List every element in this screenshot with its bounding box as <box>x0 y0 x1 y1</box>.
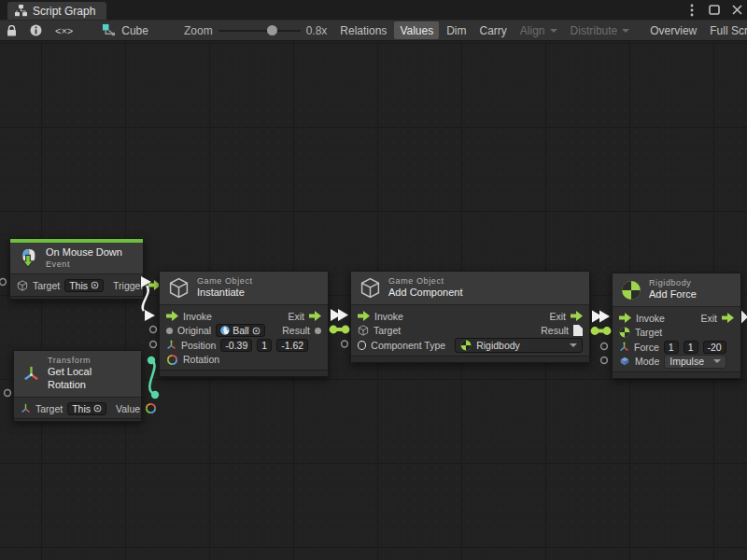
flow-output-arrow-icon[interactable] <box>722 313 734 323</box>
flow-output-arrow-icon[interactable] <box>309 311 321 321</box>
node-get-local-rotation[interactable]: Transform Get Local Rotation Target This… <box>13 350 142 422</box>
node-add-force[interactable]: Rigidbody Add Force Invoke Exit Target <box>612 273 741 379</box>
node-on-mouse-down[interactable]: On Mouse Down Event Target This Trigger <box>9 238 144 300</box>
zoom-slider[interactable] <box>218 30 301 32</box>
object-picker-icon[interactable] <box>93 404 102 413</box>
graph-name: Cube <box>121 24 148 37</box>
port-label-result: Result <box>282 325 310 336</box>
node-footer <box>160 370 328 376</box>
component-type-dropdown[interactable]: Rigidbody <box>455 338 583 353</box>
original-object-field[interactable]: Ball <box>216 324 265 337</box>
dim-button[interactable]: Dim <box>441 21 472 39</box>
align-dropdown[interactable]: Align <box>514 21 563 39</box>
distribute-dropdown[interactable]: Distribute <box>565 21 636 39</box>
node-title: Instantiate <box>197 287 253 300</box>
zoom-control: Zoom 0.8x <box>184 24 327 37</box>
force-y-field[interactable]: 1 <box>684 341 698 354</box>
node-header[interactable]: Transform Get Local Rotation <box>14 351 141 398</box>
port-label-target: Target <box>35 403 63 414</box>
node-category: Game Object <box>197 276 253 287</box>
graph-toolbar: <×> Cube Zoom 0.8x Relations Values Dim … <box>0 20 747 41</box>
port-label-invoke: Invoke <box>636 313 665 324</box>
flow-input-arrow-icon[interactable] <box>358 311 370 321</box>
port-label-component-type: Component Type <box>371 340 445 351</box>
target-object-field[interactable]: This <box>67 402 106 415</box>
node-header[interactable]: Game Object Instantiate <box>160 272 328 305</box>
force-x-field[interactable]: 1 <box>664 341 679 354</box>
force-z-field[interactable]: -20 <box>703 341 726 354</box>
port-label-rotation: Rotation <box>183 354 219 365</box>
lock-button[interactable] <box>0 21 23 40</box>
object-picker-icon[interactable] <box>91 281 99 289</box>
gameobject-port-icon[interactable] <box>358 325 369 336</box>
port-label-exit: Exit <box>549 311 566 322</box>
value-port-icon[interactable] <box>166 328 173 334</box>
fullscreen-button[interactable]: Full Screen <box>704 21 747 39</box>
tab-title: Script Graph <box>33 5 95 18</box>
flow-input-arrow-icon[interactable] <box>619 313 631 323</box>
rotation-port-icon[interactable] <box>166 354 178 366</box>
port-label-invoke: Invoke <box>183 311 212 322</box>
code-icon: <×> <box>55 25 73 36</box>
tab-strip: Script Graph <box>0 0 747 20</box>
rotation-port-icon[interactable] <box>145 402 157 414</box>
transform-icon <box>22 365 40 383</box>
port-label-original: Original <box>177 325 211 336</box>
script-graph-asset-icon <box>102 23 116 37</box>
mode-dropdown[interactable]: Impulse <box>664 355 726 369</box>
port-label-result: Result <box>541 325 569 336</box>
values-button[interactable]: Values <box>394 21 439 39</box>
mouse-down-icon <box>18 248 38 269</box>
ball-prefab-icon <box>220 326 230 335</box>
zoom-slider-thumb[interactable] <box>267 25 277 35</box>
port-label-mode: Mode <box>635 356 659 367</box>
code-view-button[interactable]: <×> <box>49 21 79 40</box>
transform-port-icon[interactable] <box>21 403 31 413</box>
relations-button[interactable]: Relations <box>334 21 392 39</box>
flow-output-arrow-icon[interactable] <box>571 311 583 321</box>
port-label-exit: Exit <box>288 311 304 322</box>
position-y-field[interactable]: 1 <box>257 339 272 352</box>
gameobject-cube-icon[interactable] <box>17 280 28 291</box>
object-picker-icon[interactable] <box>252 327 261 335</box>
overview-button[interactable]: Overview <box>644 21 702 39</box>
window-controls <box>685 0 743 20</box>
value-port-icon[interactable] <box>315 328 321 334</box>
flow-input-arrow-icon[interactable] <box>166 311 178 321</box>
tab-script-graph[interactable]: Script Graph <box>7 2 106 20</box>
forcemode-port-icon[interactable] <box>619 356 630 367</box>
port-label-invoke: Invoke <box>374 311 403 322</box>
graph-breadcrumb[interactable]: Cube <box>102 23 148 37</box>
toolbar-buttons: Relations Values Dim Carry Align Distrib… <box>334 21 747 39</box>
vector3-port-icon[interactable] <box>619 342 629 352</box>
carry-button[interactable]: Carry <box>474 21 513 39</box>
maximize-icon[interactable] <box>708 4 721 17</box>
type-port-icon[interactable] <box>358 341 366 350</box>
node-header[interactable]: Rigidbody Add Force <box>613 273 740 307</box>
position-z-field[interactable]: -1.62 <box>276 339 308 352</box>
node-title: Add Force <box>649 288 697 301</box>
info-button[interactable] <box>23 21 49 40</box>
node-footer <box>14 418 141 421</box>
graph-hierarchy-icon <box>15 5 27 17</box>
port-label-trigger: Trigger <box>113 280 144 291</box>
node-footer <box>351 356 589 362</box>
node-title: On Mouse Down <box>46 246 122 259</box>
kebab-menu-icon[interactable] <box>685 4 698 17</box>
vector3-port-icon[interactable] <box>166 340 176 350</box>
node-footer <box>613 371 740 378</box>
node-add-component[interactable]: Game Object Add Component Invoke Exit Ta… <box>350 271 590 363</box>
gameobject-cube-icon <box>168 277 190 299</box>
node-subtitle: Event <box>46 259 122 270</box>
close-icon[interactable] <box>730 4 743 17</box>
caret-down-icon <box>550 29 557 33</box>
position-x-field[interactable]: -0.39 <box>220 339 252 352</box>
port-label-force: Force <box>634 342 659 353</box>
document-port-icon[interactable] <box>573 325 583 336</box>
node-header[interactable]: Game Object Add Component <box>351 272 589 305</box>
target-object-field[interactable]: This <box>64 279 104 292</box>
info-icon <box>30 24 42 36</box>
rigidbody-port-icon[interactable] <box>619 327 630 338</box>
node-instantiate[interactable]: Game Object Instantiate Invoke Exit Orig… <box>159 271 329 377</box>
node-header[interactable]: On Mouse Down Event <box>10 243 143 274</box>
